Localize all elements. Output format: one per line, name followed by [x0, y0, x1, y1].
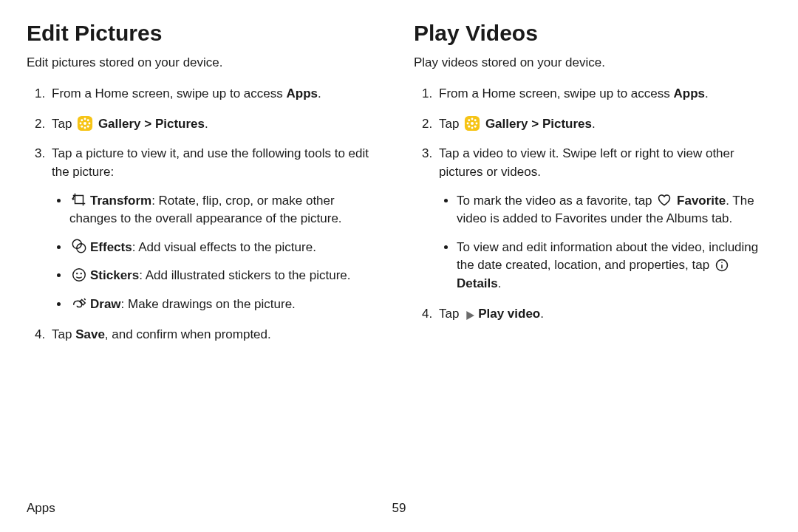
svg-point-7	[87, 119, 89, 121]
svg-point-23	[468, 119, 470, 121]
two-column-layout: Edit Pictures Edit pictures stored on yo…	[27, 21, 771, 355]
step-text: Tap	[52, 327, 75, 341]
save-label: Save	[75, 327, 105, 341]
stickers-text: : Add illustrated stickers to the pictur…	[139, 268, 350, 282]
edit-pictures-steps: From a Home screen, swipe up to access A…	[27, 85, 384, 344]
video-bullets: To mark the video as a favorite, tap Fav…	[439, 192, 771, 293]
svg-point-1	[83, 122, 86, 125]
svg-point-5	[89, 123, 91, 125]
stickers-icon	[71, 267, 87, 283]
svg-point-20	[471, 127, 474, 129]
step-3: Tap a picture to view it, and use the fo…	[49, 145, 384, 313]
svg-point-4	[80, 123, 82, 125]
step-text: Tap	[439, 117, 463, 131]
step-text-post: .	[318, 86, 321, 100]
svg-point-19	[471, 118, 474, 120]
bullet-text-pre: To mark the video as a favorite, tap	[457, 194, 655, 208]
bullet-details: To view and edit information about the v…	[457, 239, 771, 293]
step-text-post: .	[540, 307, 544, 321]
svg-marker-30	[466, 311, 474, 320]
draw-text: : Make drawings on the picture.	[121, 297, 296, 311]
apps-label: Apps	[673, 86, 705, 100]
bullet-text-post: .	[498, 276, 502, 290]
effects-text: : Add visual effects to the picture.	[132, 240, 316, 254]
tool-stickers: Stickers: Add illustrated stickers to th…	[69, 267, 384, 285]
play-videos-heading: Play Videos	[414, 21, 771, 46]
svg-point-18	[471, 122, 474, 125]
svg-point-9	[87, 126, 89, 128]
step-4: Tap Save, and confirm when prompted.	[49, 326, 384, 344]
step-text-post: , and confirm when prompted.	[105, 327, 271, 341]
step-text: From a Home screen, swipe up to access	[439, 86, 673, 100]
svg-point-26	[474, 126, 477, 128]
effects-icon	[71, 238, 87, 254]
tool-effects: Effects: Add visual effects to the pictu…	[69, 239, 384, 257]
transform-label: Transform	[90, 194, 151, 208]
step-4: Tap Play video.	[436, 305, 771, 324]
step-2: Tap	[436, 115, 771, 134]
svg-rect-10	[75, 196, 83, 204]
details-label: Details	[457, 276, 498, 290]
apps-label: Apps	[286, 86, 318, 100]
svg-point-29	[721, 262, 723, 263]
draw-icon	[71, 296, 87, 312]
transform-icon	[71, 191, 87, 208]
stickers-label: Stickers	[90, 268, 139, 282]
draw-label: Draw	[90, 297, 121, 311]
step-text-post: .	[592, 117, 596, 131]
gallery-icon	[464, 115, 480, 132]
edit-tools-list: Transform: Rotate, flip, crop, or make o…	[52, 192, 384, 314]
svg-point-3	[84, 127, 86, 129]
tool-draw: Draw: Make drawings on the picture.	[69, 296, 384, 314]
step-text: From a Home screen, swipe up to access	[52, 86, 286, 100]
page-footer: Apps 59	[27, 501, 771, 516]
svg-point-25	[468, 126, 470, 128]
bullet-text-pre: To view and edit information about the v…	[457, 240, 758, 273]
svg-point-8	[81, 126, 83, 128]
footer-section-label: Apps	[27, 501, 55, 516]
step-text-post: .	[705, 86, 709, 100]
svg-point-13	[73, 269, 86, 282]
info-icon	[715, 258, 729, 273]
bullet-favorite: To mark the video as a favorite, tap Fav…	[457, 192, 771, 228]
step-text: Tap	[52, 117, 75, 131]
step-1: From a Home screen, swipe up to access A…	[436, 85, 771, 103]
footer-page-number: 59	[392, 501, 406, 516]
play-video-label: Play video	[478, 307, 540, 321]
svg-point-6	[81, 119, 83, 121]
step-text: Tap a picture to view it, and use the fo…	[52, 146, 369, 179]
step-text-post: .	[205, 117, 208, 131]
edit-pictures-section: Edit Pictures Edit pictures stored on yo…	[27, 21, 384, 355]
svg-line-16	[84, 299, 86, 300]
step-text: Tap	[439, 307, 463, 321]
svg-point-2	[84, 118, 86, 120]
effects-label: Effects	[90, 240, 132, 254]
heart-icon	[657, 193, 672, 208]
tool-transform: Transform: Rotate, flip, crop, or make o…	[69, 192, 384, 228]
svg-point-21	[467, 123, 469, 125]
svg-point-14	[77, 273, 78, 274]
svg-point-22	[476, 123, 478, 125]
svg-point-15	[81, 273, 81, 274]
play-icon	[464, 309, 476, 321]
step-3: Tap a video to view it. Swipe left or ri…	[436, 145, 771, 293]
step-1: From a Home screen, swipe up to access A…	[49, 85, 384, 103]
svg-point-24	[474, 119, 477, 121]
gallery-icon	[77, 115, 93, 132]
play-videos-steps: From a Home screen, swipe up to access A…	[414, 85, 771, 323]
favorite-label: Favorite	[677, 194, 726, 208]
edit-pictures-heading: Edit Pictures	[27, 21, 384, 46]
edit-pictures-intro: Edit pictures stored on your device.	[27, 55, 384, 72]
play-videos-section: Play Videos Play videos stored on your d…	[414, 21, 771, 355]
play-videos-intro: Play videos stored on your device.	[414, 55, 771, 72]
step-2: Tap	[49, 115, 384, 134]
gallery-pictures-label: Gallery > Pictures	[485, 117, 592, 131]
step-text: Tap a video to view it. Swipe left or ri…	[439, 146, 734, 179]
gallery-pictures-label: Gallery > Pictures	[98, 117, 205, 131]
